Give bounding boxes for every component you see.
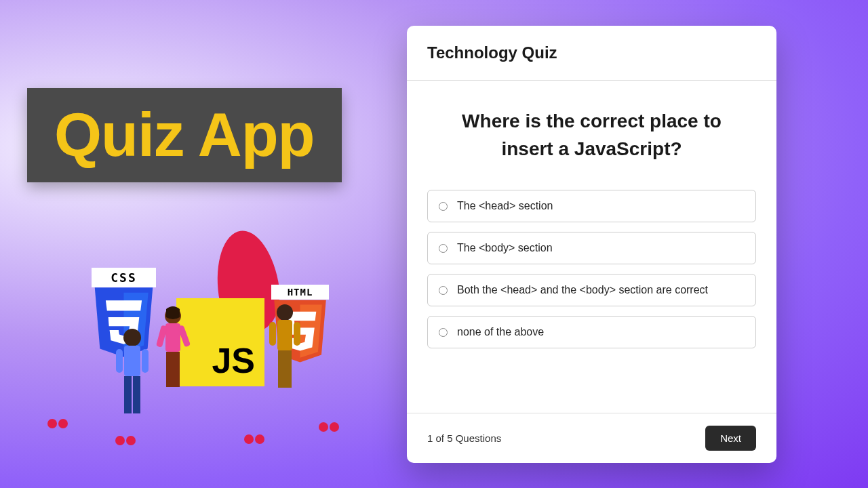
quiz-option[interactable]: Both the <head> and the <body> section a… bbox=[427, 274, 756, 306]
option-text: Both the <head> and the <body> section a… bbox=[457, 284, 708, 296]
title-banner: Quiz App bbox=[27, 88, 342, 182]
person-figure-3 bbox=[264, 302, 305, 403]
svg-rect-4 bbox=[116, 349, 123, 373]
hero-illustration: CSS JS HTML bbox=[61, 251, 353, 481]
svg-rect-1 bbox=[124, 346, 140, 376]
option-text: The <head> section bbox=[457, 200, 553, 212]
svg-rect-3 bbox=[133, 376, 140, 413]
radio-icon bbox=[439, 244, 448, 253]
quiz-option[interactable]: The <head> section bbox=[427, 190, 756, 222]
svg-rect-8 bbox=[166, 352, 173, 387]
quiz-option[interactable]: The <body> section bbox=[427, 232, 756, 264]
svg-point-12 bbox=[277, 304, 293, 321]
css-label: CSS bbox=[92, 268, 156, 287]
quiz-question: Where is the correct place to insert a J… bbox=[427, 108, 756, 163]
person-figure-2 bbox=[153, 305, 193, 407]
svg-rect-15 bbox=[285, 350, 292, 388]
radio-icon bbox=[439, 286, 448, 295]
quiz-progress: 1 of 5 Questions bbox=[427, 432, 501, 444]
svg-rect-7 bbox=[165, 323, 180, 352]
svg-rect-17 bbox=[294, 322, 300, 346]
option-text: none of the above bbox=[457, 326, 544, 338]
ground-decoration bbox=[319, 420, 339, 434]
hero-section: Quiz App bbox=[27, 88, 380, 182]
svg-rect-9 bbox=[173, 352, 180, 387]
quiz-options: The <head> section The <body> section Bo… bbox=[427, 190, 756, 348]
ground-decoration bbox=[244, 432, 264, 446]
quiz-body: Where is the correct place to insert a J… bbox=[407, 81, 776, 413]
ground-decoration bbox=[47, 417, 68, 430]
svg-point-0 bbox=[123, 329, 141, 346]
svg-rect-5 bbox=[142, 349, 149, 373]
quiz-header: Technology Quiz bbox=[407, 26, 776, 81]
quiz-option[interactable]: none of the above bbox=[427, 316, 756, 348]
svg-rect-16 bbox=[269, 322, 276, 346]
html-label: HTML bbox=[271, 285, 329, 300]
radio-icon bbox=[439, 328, 448, 337]
next-button[interactable]: Next bbox=[705, 426, 756, 451]
svg-rect-2 bbox=[124, 376, 132, 413]
quiz-title: Technology Quiz bbox=[427, 43, 756, 62]
option-text: The <body> section bbox=[457, 242, 553, 254]
quiz-card: Technology Quiz Where is the correct pla… bbox=[407, 26, 776, 463]
app-title: Quiz App bbox=[54, 101, 315, 169]
person-figure-1 bbox=[112, 325, 153, 427]
ground-decoration bbox=[115, 434, 136, 447]
svg-rect-13 bbox=[277, 320, 292, 350]
svg-rect-14 bbox=[278, 350, 285, 388]
radio-icon bbox=[439, 202, 448, 211]
quiz-footer: 1 of 5 Questions Next bbox=[407, 413, 776, 463]
js-label: JS bbox=[212, 340, 255, 381]
